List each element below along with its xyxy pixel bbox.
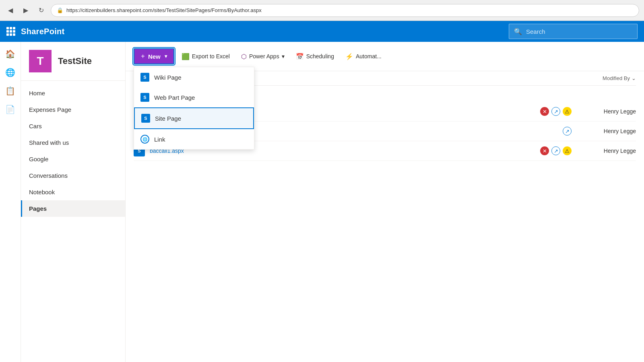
action-icons: ✕ ↗ ⚠: [540, 107, 572, 116]
content-area: + New ▾ 🟩 Export to Excel ⬡ Power Apps ▾…: [126, 42, 644, 362]
note-rail-icon[interactable]: 📄: [2, 101, 19, 117]
warning-icon[interactable]: ⚠: [563, 107, 572, 116]
list-rail-icon[interactable]: 📋: [2, 83, 19, 99]
power-apps-chevron-icon: ▾: [282, 53, 285, 60]
modified-by-header: Modified By: [603, 75, 630, 81]
sidebar-item-expenses-page[interactable]: Expenses Page: [21, 101, 125, 118]
back-button[interactable]: ◀: [5, 5, 16, 16]
scheduling-icon: 📅: [296, 53, 304, 60]
plus-icon: +: [141, 52, 145, 60]
globe-rail-icon[interactable]: 🌐: [2, 64, 19, 80]
wiki-page-icon: S: [140, 73, 149, 82]
export-excel-button[interactable]: 🟩 Export to Excel: [178, 50, 234, 63]
new-button[interactable]: + New ▾: [134, 48, 174, 64]
modified-by-value: Henry Legge: [580, 148, 636, 154]
scheduling-label: Scheduling: [306, 53, 334, 60]
sidebar-item-shared-with-us[interactable]: Shared with us: [21, 134, 125, 151]
sp-logo: SharePoint: [21, 27, 65, 36]
site-page-icon: S: [141, 114, 150, 123]
automate-label: Automat...: [356, 53, 382, 60]
site-logo: T: [29, 50, 52, 72]
action-icons: ✕ ↗ ⚠: [540, 146, 572, 155]
modified-by-value: Henry Legge: [580, 128, 636, 134]
search-box[interactable]: 🔍: [509, 24, 638, 39]
export-excel-label: Export to Excel: [192, 53, 230, 60]
toolbar: + New ▾ 🟩 Export to Excel ⬡ Power Apps ▾…: [126, 42, 644, 71]
new-label: New: [148, 53, 161, 60]
scheduling-button[interactable]: 📅 Scheduling: [292, 50, 338, 63]
sidebar-item-cars[interactable]: Cars: [21, 118, 125, 134]
sidebar-item-pages[interactable]: Pages: [21, 200, 125, 217]
nav-items: Home Expenses Page Cars Shared with us G…: [21, 81, 125, 221]
address-bar[interactable]: 🔒 https://citizenbuilders.sharepoint.com…: [51, 4, 639, 17]
automate-button[interactable]: ⚡ Automat...: [341, 50, 386, 63]
site-header: T TestSite: [21, 42, 125, 81]
site-title: TestSite: [58, 56, 92, 66]
modified-by-col[interactable]: Modified By ⌄: [603, 75, 636, 81]
web-part-page-label: Web Part Page: [154, 94, 195, 101]
sidebar: T TestSite Home Expenses Page Cars Share…: [21, 42, 126, 362]
site-page-label: Site Page: [155, 115, 181, 122]
sidebar-item-home[interactable]: Home: [21, 85, 125, 101]
share-icon[interactable]: ↗: [551, 107, 560, 116]
web-part-page-icon: S: [140, 93, 149, 102]
sidebar-item-conversations[interactable]: Conversations: [21, 167, 125, 184]
browser-bar: ◀ ▶ ↻ 🔒 https://citizenbuilders.sharepoi…: [0, 0, 644, 21]
main-layout: 🏠 🌐 📋 📄 T TestSite Home Expenses Page Ca…: [0, 42, 644, 362]
home-rail-icon[interactable]: 🏠: [2, 46, 19, 62]
sidebar-item-notebook[interactable]: Notebook: [21, 184, 125, 200]
warning-icon[interactable]: ⚠: [563, 146, 572, 155]
automate-icon: ⚡: [345, 53, 353, 60]
dropdown-item-link[interactable]: 🌐 Link: [134, 129, 254, 149]
search-input[interactable]: [526, 28, 632, 35]
dropdown-item-web-part-page[interactable]: S Web Part Page: [134, 87, 254, 107]
power-apps-button[interactable]: ⬡ Power Apps ▾: [237, 50, 289, 63]
link-label: Link: [154, 136, 165, 143]
power-apps-icon: ⬡: [241, 53, 247, 60]
refresh-button[interactable]: ↻: [35, 5, 47, 16]
dropdown-item-wiki-page[interactable]: S Wiki Page: [134, 67, 254, 87]
left-rail: 🏠 🌐 📋 📄: [0, 42, 21, 362]
modified-by-value: Henry Legge: [580, 108, 636, 115]
share-icon[interactable]: ↗: [563, 127, 572, 136]
lock-icon: 🔒: [57, 7, 63, 13]
chevron-down-icon: ▾: [165, 53, 167, 59]
delete-icon[interactable]: ✕: [540, 146, 549, 155]
dropdown-item-site-page[interactable]: S Site Page: [134, 107, 254, 129]
apps-icon[interactable]: [6, 27, 15, 36]
search-icon: 🔍: [514, 28, 522, 35]
sp-header: SharePoint 🔍: [0, 21, 644, 42]
link-globe-icon: 🌐: [140, 135, 149, 144]
share-icon[interactable]: ↗: [551, 146, 560, 155]
sidebar-item-google[interactable]: Google: [21, 151, 125, 167]
power-apps-label: Power Apps: [249, 53, 279, 60]
action-icons: ↗: [563, 127, 572, 136]
modified-by-sort-icon: ⌄: [632, 75, 636, 81]
delete-icon[interactable]: ✕: [540, 107, 549, 116]
forward-button[interactable]: ▶: [20, 5, 31, 16]
excel-icon: 🟩: [182, 53, 190, 60]
new-dropdown-menu: S Wiki Page S Web Part Page S Site Page: [134, 67, 254, 150]
url-text: https://citizenbuilders.sharepoint.com/s…: [66, 7, 262, 13]
wiki-page-label: Wiki Page: [154, 74, 182, 81]
